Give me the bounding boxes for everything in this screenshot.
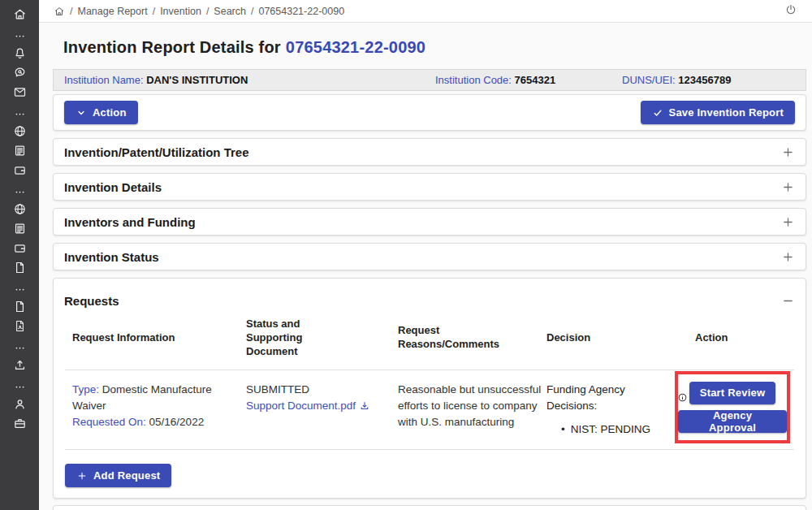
start-review-button[interactable]: Start Review xyxy=(689,382,775,404)
chevron-down-icon xyxy=(76,107,87,119)
document-icon[interactable] xyxy=(0,218,39,238)
file-icon[interactable] xyxy=(0,257,39,277)
plus-icon[interactable] xyxy=(781,180,795,194)
ellipsis-icon[interactable] xyxy=(0,282,39,296)
accordion-invention-details[interactable]: Invention Details xyxy=(53,173,806,201)
file-pdf-icon[interactable] xyxy=(0,316,39,335)
col-header-request-information: Request Information xyxy=(65,331,239,345)
wallet-icon[interactable] xyxy=(0,160,39,179)
accordion-inventors-and-funding[interactable]: Inventors and Funding xyxy=(53,208,806,236)
page-title: Invention Report Details for07654321-22-… xyxy=(63,38,806,57)
status-document-cell: SUBMITTED Support Document.pdf xyxy=(239,382,391,439)
power-icon[interactable] xyxy=(784,3,797,19)
main-area: / Manage Report / Invention / Search / 0… xyxy=(39,0,812,510)
support-document-link[interactable]: Support Document.pdf xyxy=(246,398,370,414)
requests-section: Requests Request Information Status and … xyxy=(53,278,806,499)
highlight-rectangle: Start Review Agency Approval xyxy=(675,371,790,443)
breadcrumb-separator: / xyxy=(70,6,72,17)
col-header-decision: Decision xyxy=(539,331,688,345)
briefcase-icon[interactable] xyxy=(0,413,39,433)
accordion-supporting-documents[interactable]: Supporting Documents xyxy=(53,505,806,510)
check-icon xyxy=(652,107,663,119)
globe-icon[interactable] xyxy=(0,121,39,140)
decision-cell: Funding Agency Decisions: •NIST: PENDING xyxy=(539,382,688,439)
person-icon[interactable] xyxy=(0,394,39,413)
ellipsis-icon[interactable] xyxy=(0,184,39,199)
accordion-label: Inventors and Funding xyxy=(64,215,196,229)
breadcrumb-item-current: 07654321-22-0090 xyxy=(258,6,344,17)
breadcrumb-bar: / Manage Report / Invention / Search / 0… xyxy=(39,0,812,23)
breadcrumb-separator: / xyxy=(206,6,209,17)
decision-item: •NIST: PENDING xyxy=(561,421,688,438)
requests-table: Request Information Status and Supportin… xyxy=(65,309,794,450)
duns-uei: DUNS/UEI: 123456789 xyxy=(622,70,731,90)
decision-label: Funding Agency Decisions: xyxy=(546,382,673,415)
page-content: Invention Report Details for07654321-22-… xyxy=(39,23,812,510)
request-reasons: Reasonable but unsuccessful efforts to l… xyxy=(398,382,542,431)
file-icon[interactable] xyxy=(0,296,39,316)
accordion-invention-status[interactable]: Invention Status xyxy=(53,243,806,270)
decision-item-text: NIST: PENDING xyxy=(571,423,650,435)
home-icon[interactable] xyxy=(54,6,65,17)
upload-icon[interactable] xyxy=(0,355,39,374)
request-information-cell: Type: Domestic Manufacture Waiver Reques… xyxy=(65,382,239,439)
report-id: 07654321-22-0090 xyxy=(286,38,425,56)
action-button[interactable]: Action xyxy=(64,101,138,124)
breadcrumb-separator: / xyxy=(251,6,253,17)
document-icon[interactable] xyxy=(0,140,39,160)
ellipsis-icon[interactable] xyxy=(0,28,39,43)
plus-icon xyxy=(76,470,88,482)
requests-title: Requests xyxy=(64,294,119,308)
ellipsis-icon[interactable] xyxy=(0,106,39,121)
col-header-status-supporting-document: Status and Supporting Document xyxy=(239,318,391,359)
home-icon[interactable] xyxy=(0,4,39,24)
agency-approval-button[interactable]: Agency Approval xyxy=(678,410,787,433)
accordion-label: Invention Status xyxy=(64,250,159,264)
globe-icon[interactable] xyxy=(0,199,39,218)
mail-icon[interactable] xyxy=(0,82,39,102)
requests-table-header: Request Information Status and Supportin… xyxy=(65,309,794,370)
accordion-requests[interactable]: Requests xyxy=(54,279,806,309)
breadcrumb-item[interactable]: Search xyxy=(214,6,246,17)
ellipsis-icon[interactable] xyxy=(0,379,39,394)
breadcrumb-item[interactable]: Invention xyxy=(160,6,201,17)
breadcrumb-separator: / xyxy=(153,6,155,17)
save-invention-report-button[interactable]: Save Invention Report xyxy=(641,101,795,124)
institution-name: Institution Name: DAN'S INSTITUTION xyxy=(64,70,248,90)
minus-icon[interactable] xyxy=(781,294,795,308)
plus-icon[interactable] xyxy=(781,250,795,264)
col-header-action: Action xyxy=(688,331,794,345)
bell-icon[interactable] xyxy=(0,43,39,63)
add-request-button[interactable]: Add Request xyxy=(65,464,171,487)
breadcrumb-item[interactable]: Manage Report xyxy=(77,6,147,17)
request-row: Type: Domestic Manufacture Waiver Reques… xyxy=(65,370,794,451)
download-icon[interactable] xyxy=(359,400,370,412)
institution-bar: Institution Name: DAN'S INSTITUTION Inst… xyxy=(53,69,806,91)
accordion-label: Invention Details xyxy=(64,180,162,194)
plus-icon[interactable] xyxy=(781,145,795,159)
requested-on-value: 05/16/2022 xyxy=(149,416,205,428)
reasons-cell: Reasonable but unsuccessful efforts to l… xyxy=(391,382,539,439)
action-cell: Start Review Agency Approval xyxy=(688,382,794,439)
plus-icon[interactable] xyxy=(781,215,795,229)
institution-code: Institution Code: 7654321 xyxy=(435,70,555,90)
accordion-invention-patent-utilization-tree[interactable]: Invention/Patent/Utilization Tree xyxy=(53,138,806,166)
chat-icon[interactable] xyxy=(0,63,39,82)
requested-on-label: Requested On: xyxy=(72,416,146,428)
col-header-request-reasons-comments: Request Reasons/Comments xyxy=(391,324,539,352)
type-label: Type: xyxy=(72,383,99,395)
wallet-icon[interactable] xyxy=(0,238,39,257)
app-sidebar xyxy=(0,0,39,510)
accordion-label: Invention/Patent/Utilization Tree xyxy=(64,145,249,159)
request-status: SUBMITTED xyxy=(246,382,391,398)
page-title-text: Invention Report Details for xyxy=(63,38,281,56)
toolbar-card: Action Save Invention Report xyxy=(53,94,806,131)
ellipsis-icon[interactable] xyxy=(0,340,39,355)
